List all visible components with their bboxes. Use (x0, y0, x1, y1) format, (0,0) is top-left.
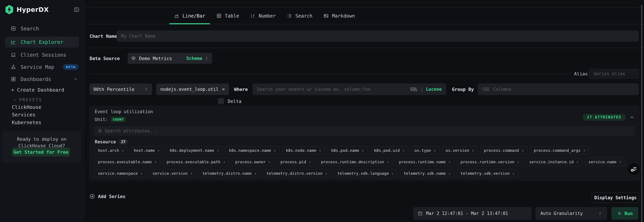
run-button[interactable]: Run (612, 207, 638, 220)
svg-text:1: 1 (251, 14, 252, 16)
sidebar-collapse-icon[interactable] (74, 7, 80, 12)
attribute-chip[interactable]: process.command › (480, 146, 528, 155)
grid-icon (10, 26, 16, 31)
chevron-up-icon[interactable] (74, 77, 78, 81)
preset-kubernetes[interactable]: Kubernetes (12, 120, 42, 125)
attribute-chip[interactable]: telemetry.sdk.name › (400, 169, 454, 178)
attribute-chip[interactable]: service.namespace › (94, 169, 146, 178)
remove-metric-icon[interactable]: × (222, 87, 225, 92)
attribute-chip[interactable]: process.runtime.name › (396, 158, 454, 166)
svg-text:2: 2 (251, 16, 252, 18)
time-range-picker[interactable]: Mar 2 12:47:01 - Mar 2 13:47:01 (414, 207, 532, 220)
line-chart-icon (10, 39, 16, 45)
preset-clickhouse[interactable]: ClickHouse (12, 104, 42, 110)
sidebar: HyperDX Search Chart Explorer (0, 0, 84, 222)
attribute-chip[interactable]: service.version › (149, 169, 196, 178)
attribute-chip[interactable]: process.executable.path › (163, 158, 229, 166)
add-series-button[interactable]: Add Series (90, 191, 126, 202)
panel-collapse-chevron-icon[interactable] (630, 115, 634, 120)
sidebar-item-chart-explorer[interactable]: Chart Explorer (5, 36, 79, 47)
attribute-chip[interactable]: process.runtime.description › (318, 158, 393, 166)
unit-row: Unit: COUNT (95, 117, 126, 122)
sidebar-item-label: Chart Explorer (20, 39, 63, 45)
attribute-chip[interactable]: host.name › (130, 146, 163, 155)
attribute-chip[interactable]: telemetry.distro.version › (263, 169, 331, 178)
vertical-scrollbar[interactable] (641, 5, 642, 222)
attribute-chip[interactable]: host.arch › (94, 146, 128, 155)
attribute-chip[interactable]: telemetry.distro.name › (199, 169, 260, 178)
attribute-chip[interactable]: os.version › (442, 146, 478, 155)
tab-search[interactable]: Search (282, 8, 317, 24)
presets-header[interactable]: PRESETS (13, 97, 42, 102)
attribute-chip[interactable]: process.executable.name › (94, 158, 160, 166)
chevron-right-icon: › (521, 148, 524, 153)
attribute-chip[interactable]: os.type › (411, 146, 440, 155)
attribute-chip[interactable]: k8s.namespace.name › (225, 146, 280, 155)
search-icon (98, 129, 102, 133)
attribute-chip[interactable]: process.runtime.version › (457, 158, 523, 166)
preset-services[interactable]: Services (12, 112, 36, 118)
attribute-chip[interactable]: telemetry.sdk.language › (334, 169, 397, 178)
feedback-widget-button[interactable] (627, 162, 640, 176)
tab-markdown[interactable]: Markdown (319, 8, 360, 24)
attributes-count-badge: 27 ATTRIBUTES (583, 114, 626, 121)
chevron-right-icon: › (140, 171, 143, 176)
time-range-value: Mar 2 12:47:01 - Mar 2 13:47:01 (426, 211, 508, 216)
laptop-icon (10, 52, 16, 57)
markdown-box-icon (324, 13, 328, 18)
chevron-right-icon: › (254, 171, 256, 176)
alias-input[interactable] (589, 69, 639, 79)
get-started-button[interactable]: Get Started for Free (12, 148, 70, 156)
metric-chip[interactable]: nodejs.event_loop.util × (156, 83, 229, 95)
attribute-chip[interactable]: process.command_args › (530, 146, 589, 155)
group-by-input[interactable] (478, 83, 638, 95)
lucene-toggle[interactable]: Lucene (426, 87, 442, 92)
svg-text:3: 3 (253, 16, 254, 18)
chevron-right-icon: › (512, 171, 515, 176)
sidebar-item-client-sessions[interactable]: Client Sessions (5, 50, 79, 60)
attribute-chip[interactable]: process.owner › (232, 158, 274, 166)
attribute-chip[interactable]: k8s.deployment.name › (166, 146, 223, 155)
chevron-right-icon: › (386, 159, 389, 165)
unit-label: Unit: (95, 117, 108, 122)
where-input[interactable]: Search your events w/ Lucene ex. column:… (252, 83, 446, 95)
attribute-chip[interactable]: k8s.pod.uid › (370, 146, 408, 155)
data-source-label: Data Source (90, 56, 120, 61)
granularity-select[interactable]: Auto Granularity (536, 207, 607, 220)
beta-badge: BETA (63, 64, 79, 70)
app-title: HyperDX (16, 6, 49, 13)
chart-name-label: Chart Name (90, 33, 117, 39)
group-by-label: Group By (452, 87, 474, 92)
chevron-right-icon: › (318, 148, 321, 153)
chart-name-input[interactable] (116, 30, 638, 42)
tab-line-bar[interactable]: Line/Bar (169, 8, 210, 24)
attribute-chip[interactable]: service.name › (585, 158, 625, 166)
granularity-value: Auto Granularity (540, 211, 583, 216)
attribute-chip[interactable]: k8s.node.name › (282, 146, 325, 155)
attribute-chip[interactable]: process.pid › (277, 158, 315, 166)
data-source-select[interactable]: Demo Metrics Schema (128, 53, 212, 64)
resource-count-badge: 27 (119, 139, 128, 145)
chevron-right-icon: › (223, 159, 226, 165)
attribute-chip[interactable]: k8s.pod.name › (328, 146, 368, 155)
resource-group-header: Resource 27 (95, 139, 128, 145)
delta-checkbox[interactable] (218, 98, 224, 104)
attribute-chip[interactable]: telemetry.sdk.version › (457, 169, 518, 178)
sidebar-item-search[interactable]: Search (5, 24, 79, 33)
attribute-chip[interactable]: service.instance.id › (526, 158, 582, 166)
play-icon (617, 211, 622, 216)
sql-toggle[interactable]: SQL (410, 87, 418, 92)
sidebar-item-service-map[interactable]: Service Map BETA (5, 62, 79, 72)
attribute-search-input[interactable]: Search attributes... (94, 126, 634, 135)
schema-link[interactable]: Schema (186, 56, 202, 61)
sidebar-item-dashboards[interactable]: Dashboards (5, 74, 79, 84)
display-settings-button[interactable]: Display Settings (592, 193, 639, 203)
tab-number[interactable]: 1 2 3 Number (246, 8, 280, 24)
select-chevrons-icon (598, 211, 602, 216)
data-source-row: Data Source Demo Metrics Schema (84, 53, 644, 64)
chevron-right-icon: › (216, 148, 219, 153)
create-dashboard-button[interactable]: + Create Dashboard (11, 87, 64, 93)
chevron-right-icon: › (122, 148, 124, 153)
aggregation-select[interactable]: 90th Percentile (90, 83, 152, 95)
tab-table[interactable]: Table (212, 8, 244, 24)
